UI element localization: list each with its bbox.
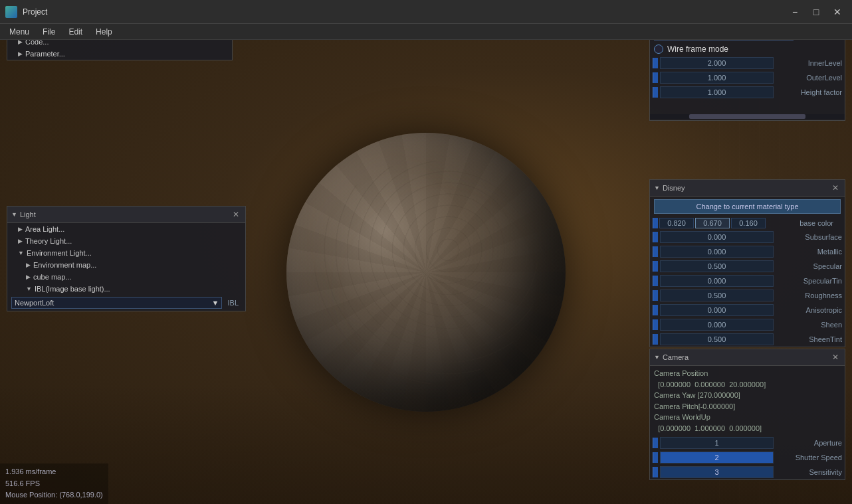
sheen-tint-value[interactable]: 0.500 (660, 333, 774, 345)
outer-level-slider-track[interactable] (653, 72, 658, 83)
sensitivity-value[interactable]: 3 (660, 466, 774, 478)
env-map-icon: ▶ (26, 262, 31, 268)
camera-panel-title: Camera (663, 353, 689, 361)
control-horizontal-scrollbar[interactable] (650, 114, 845, 119)
camera-panel: ▼ Camera ✕ Camera Position [0.000000 0.0… (649, 349, 845, 480)
maximize-button[interactable]: □ (807, 3, 825, 21)
material-parameter-item[interactable]: ▶ Parameter... (7, 48, 232, 60)
specular-tint-value[interactable]: 0.000 (660, 275, 774, 287)
subsurface-slider[interactable] (653, 232, 658, 242)
environment-map-item[interactable]: ▶ Environment map... (7, 259, 245, 271)
status-bar: 1.936 ms/frame 516.6 FPS Mouse Position:… (0, 463, 108, 504)
inner-level-slider-track[interactable] (653, 58, 658, 68)
height-factor-slider-track[interactable] (653, 87, 658, 98)
theory-light-icon: ▶ (18, 238, 23, 244)
area-light-label: Area Light... (25, 225, 64, 233)
sensitivity-label: Sensitivity (776, 468, 842, 476)
camera-panel-close[interactable]: ✕ (830, 352, 841, 363)
subsurface-value[interactable]: 0.000 (660, 231, 774, 243)
subsurface-row: 0.000 Subsurface (650, 230, 845, 244)
camera-collapse-icon[interactable]: ▼ (654, 354, 660, 361)
environment-light-item[interactable]: ▼ Environment Light... (7, 247, 245, 259)
specular-value[interactable]: 0.500 (660, 260, 774, 272)
aperture-slider[interactable] (653, 438, 658, 448)
subsurface-label: Subsurface (776, 233, 842, 241)
disney-panel-close[interactable]: ✕ (830, 183, 841, 193)
base-color-b[interactable]: 0.160 (731, 218, 766, 228)
window-title: Project (23, 7, 47, 17)
camera-position-values: [0.000000 0.000000 20.000000] (654, 379, 841, 390)
specular-tint-label: SpecularTin (776, 277, 842, 285)
light-collapse-icon[interactable]: ▼ (11, 211, 17, 218)
light-panel-title-area: ▼ Light (11, 210, 36, 218)
anisotropic-value[interactable]: 0.000 (660, 304, 774, 316)
shutter-value[interactable]: 2 (660, 452, 774, 463)
height-factor-value[interactable]: 1.000 (660, 86, 774, 98)
theory-light-item[interactable]: ▶ Theory Light... (7, 235, 245, 247)
sheen-label: Sheen (776, 321, 842, 329)
ibl-dropdown[interactable]: NewportLoft ▼ (11, 297, 222, 309)
specular-tint-slider[interactable] (653, 276, 658, 286)
wireframe-checkbox[interactable] (654, 44, 663, 54)
wireframe-row: Wire frame mode (650, 42, 845, 56)
material-parameter-label: Parameter... (25, 50, 65, 58)
disney-panel-title-area: ▼ Disney (654, 184, 685, 192)
area-light-item[interactable]: ▶ Area Light... (7, 223, 245, 235)
sheen-value[interactable]: 0.000 (660, 319, 774, 331)
base-color-slider[interactable] (653, 218, 658, 228)
disney-panel: ▼ Disney ✕ Change to current material ty… (649, 179, 845, 347)
edit-menu[interactable]: Edit (62, 26, 89, 38)
wireframe-label: Wire frame mode (667, 44, 728, 54)
ibl-type-label: IBL (225, 299, 241, 307)
file-menu[interactable]: File (36, 26, 62, 38)
sheen-tint-slider[interactable] (653, 334, 658, 345)
outer-level-label: OuterLevel (776, 74, 842, 82)
environment-light-label: Environment Light... (27, 249, 92, 257)
roughness-row: 0.500 Roughness (650, 288, 845, 303)
sensitivity-slider[interactable] (653, 467, 658, 477)
shutter-row: 2 Shutter Speed (650, 450, 845, 465)
anisotropic-row: 0.000 Anisotropic (650, 303, 845, 317)
sheen-slider[interactable] (653, 319, 658, 330)
outer-level-value[interactable]: 1.000 (660, 72, 774, 84)
roughness-slider[interactable] (653, 290, 658, 301)
inner-level-value[interactable]: 2.000 (660, 57, 774, 69)
minimize-button[interactable]: − (786, 3, 804, 21)
specular-slider[interactable] (653, 261, 658, 272)
ibl-value: NewportLoft (15, 299, 54, 307)
camera-panel-title-area: ▼ Camera (654, 353, 689, 361)
menu-menu[interactable]: Menu (3, 26, 36, 38)
anisotropic-slider[interactable] (653, 305, 658, 315)
close-button[interactable]: ✕ (828, 3, 847, 21)
ibl-item[interactable]: ▼ IBL(Image base light)... (7, 283, 245, 295)
disney-collapse-icon[interactable]: ▼ (654, 185, 660, 191)
shutter-slider[interactable] (653, 452, 658, 463)
inner-level-label: InnerLevel (776, 59, 842, 67)
light-panel-close[interactable]: ✕ (231, 209, 241, 220)
shutter-label: Shutter Speed (776, 454, 842, 462)
inner-level-row: 2.000 InnerLevel (650, 56, 845, 70)
app-icon (5, 6, 17, 18)
area-light-icon: ▶ (18, 226, 23, 232)
ibl-icon: ▼ (26, 286, 32, 292)
roughness-value[interactable]: 0.500 (660, 290, 774, 301)
camera-pitch: Camera Pitch[-0.000000] (654, 401, 841, 412)
height-factor-row: 1.000 Height factor (650, 85, 845, 100)
help-menu[interactable]: Help (89, 26, 119, 38)
change-material-type-button[interactable]: Change to current material type (654, 199, 841, 214)
light-panel: ▼ Light ✕ ▶ Area Light... ▶ Theory Light… (7, 206, 246, 311)
light-tree: ▶ Area Light... ▶ Theory Light... ▼ Envi… (7, 223, 245, 311)
aperture-value[interactable]: 1 (660, 437, 774, 449)
metallic-slider[interactable] (653, 246, 658, 257)
cube-map-item[interactable]: ▶ cube map... (7, 271, 245, 283)
ibl-label: IBL(Image base light)... (35, 285, 110, 293)
camera-worldup-label: Camera WorldUp (654, 412, 841, 423)
metallic-label: Metallic (776, 248, 842, 256)
ibl-dropdown-arrow: ▼ (212, 299, 219, 307)
base-color-g[interactable]: 0.670 (695, 218, 730, 228)
base-color-row: 0.820 0.670 0.160 base color (650, 216, 845, 230)
mouse-position: Mouse Position: (768.0,199.0) (5, 489, 103, 501)
aperture-label: Aperture (776, 439, 842, 447)
base-color-r[interactable]: 0.820 (659, 218, 694, 228)
metallic-value[interactable]: 0.000 (660, 246, 774, 258)
